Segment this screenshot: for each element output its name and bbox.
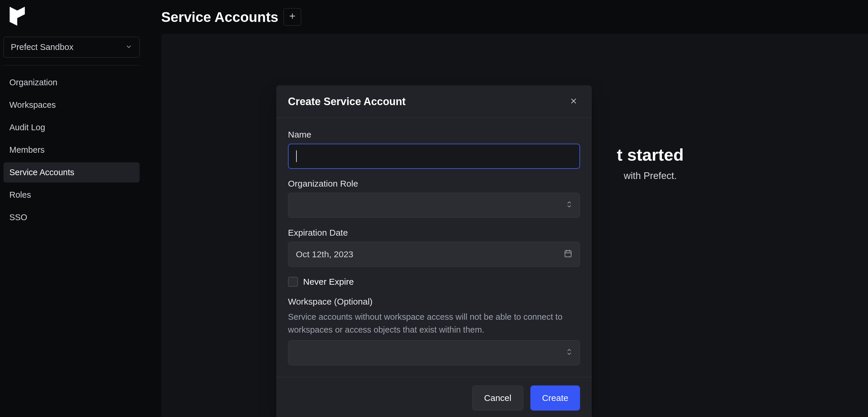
create-button[interactable]: Create (530, 385, 580, 411)
close-button[interactable] (567, 95, 580, 108)
cancel-button[interactable]: Cancel (472, 385, 523, 411)
modal-overlay: Create Service Account Name Organization… (0, 0, 868, 417)
never-expire-label: Never Expire (303, 277, 354, 287)
org-role-group: Organization Role (288, 179, 580, 218)
expiration-label: Expiration Date (288, 228, 580, 238)
create-service-account-modal: Create Service Account Name Organization… (276, 85, 592, 417)
expiration-group: Expiration Date Oct 12th, 2023 (288, 228, 580, 267)
workspace-group: Workspace (Optional) Service accounts wi… (288, 297, 580, 365)
text-caret (296, 150, 297, 162)
name-label: Name (288, 130, 580, 139)
modal-footer: Cancel Create (276, 377, 592, 417)
org-role-label: Organization Role (288, 179, 580, 189)
expiration-field[interactable]: Oct 12th, 2023 (288, 242, 580, 267)
svg-rect-4 (565, 251, 571, 257)
workspace-select[interactable] (288, 340, 580, 365)
calendar-icon (564, 249, 572, 260)
workspace-label: Workspace (Optional) (288, 297, 580, 307)
name-field[interactable] (288, 144, 580, 169)
chevron-updown-icon (566, 348, 572, 358)
never-expire-checkbox[interactable] (288, 277, 298, 287)
chevron-updown-icon (566, 200, 572, 211)
modal-title: Create Service Account (288, 95, 406, 108)
modal-body: Name Organization Role Expiration Date O… (276, 118, 592, 377)
close-icon (569, 102, 578, 106)
name-group: Name (288, 130, 580, 169)
modal-header: Create Service Account (276, 85, 592, 118)
expiration-value: Oct 12th, 2023 (296, 249, 353, 259)
workspace-help: Service accounts without workspace acces… (288, 311, 580, 336)
never-expire-row: Never Expire (288, 277, 580, 287)
org-role-select[interactable] (288, 193, 580, 218)
